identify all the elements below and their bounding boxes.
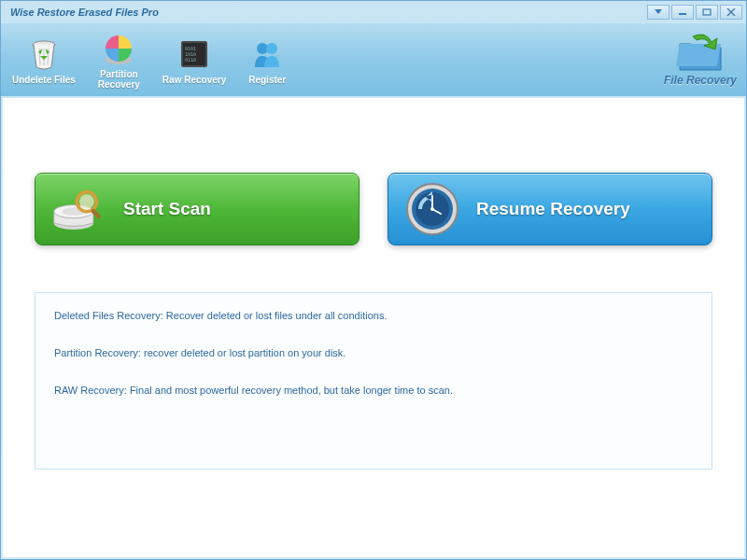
clock-restore-icon bbox=[405, 182, 459, 236]
button-label: Start Scan bbox=[123, 199, 211, 219]
disk-scan-icon bbox=[52, 182, 106, 236]
toolbar-label: Register bbox=[248, 75, 286, 85]
app-window: Wise Restore Erased Files Pro bbox=[0, 0, 747, 560]
register-button[interactable]: Register bbox=[248, 35, 286, 85]
minimize-button[interactable] bbox=[671, 5, 694, 20]
toolbar-label: Raw Recovery bbox=[162, 75, 226, 85]
button-label: Resume Recovery bbox=[476, 199, 630, 219]
resume-recovery-button[interactable]: Resume Recovery bbox=[388, 173, 712, 245]
file-recovery-label: File Recovery bbox=[664, 74, 737, 87]
svg-point-15 bbox=[79, 194, 94, 209]
close-button[interactable] bbox=[720, 5, 742, 20]
raw-recovery-button[interactable]: 0101 1010 0110 Raw Recovery bbox=[162, 35, 226, 85]
info-raw-recovery: RAW Recovery: Final and most powerful re… bbox=[54, 385, 693, 396]
svg-text:0110: 0110 bbox=[185, 57, 196, 63]
folder-arrow-icon bbox=[670, 29, 730, 74]
binary-disk-icon: 0101 1010 0110 bbox=[176, 35, 213, 73]
toolbar-label: Partition Recovery bbox=[98, 69, 140, 90]
recycle-bin-icon bbox=[25, 35, 63, 73]
content-area: Start Scan Resume Recovery Deleted bbox=[3, 98, 744, 557]
svg-rect-1 bbox=[703, 9, 711, 15]
partition-recovery-button[interactable]: Partition Recovery bbox=[98, 30, 140, 90]
info-panel: Deleted Files Recovery: Recover deleted … bbox=[35, 292, 712, 469]
undelete-files-button[interactable]: Undelete Files bbox=[12, 35, 76, 85]
titlebar: Wise Restore Erased Files Pro bbox=[1, 1, 746, 23]
dropdown-button[interactable] bbox=[647, 5, 669, 20]
start-scan-button[interactable]: Start Scan bbox=[35, 173, 359, 245]
people-icon bbox=[248, 35, 286, 73]
info-partition-recovery: Partition Recovery: recover deleted or l… bbox=[54, 347, 693, 358]
action-row: Start Scan Resume Recovery bbox=[35, 173, 712, 245]
pie-chart-icon bbox=[100, 30, 137, 67]
window-controls bbox=[647, 5, 742, 20]
svg-point-10 bbox=[266, 43, 277, 54]
toolbar-label: Undelete Files bbox=[12, 75, 76, 85]
info-deleted-files: Deleted Files Recovery: Recover deleted … bbox=[54, 310, 693, 321]
file-recovery-badge: File Recovery bbox=[664, 29, 737, 87]
toolbar: Undelete Files Partition Recovery 010 bbox=[1, 23, 746, 96]
maximize-button[interactable] bbox=[696, 5, 718, 20]
svg-rect-0 bbox=[679, 13, 686, 15]
svg-point-20 bbox=[430, 207, 434, 211]
window-title: Wise Restore Erased Files Pro bbox=[10, 7, 159, 18]
